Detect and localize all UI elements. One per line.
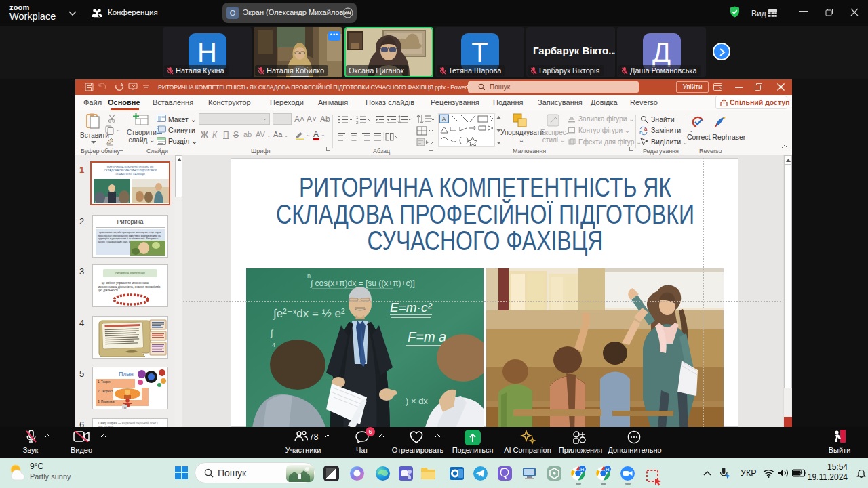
svg-text:∫ cos(x+π)dx = [su﻿ ((x+π)+c)]: ∫ cos(x+π)dx = [su﻿ ((x+π)+c)] <box>310 279 415 288</box>
svg-text:2: 2 <box>356 121 359 125</box>
svg-text:a: a <box>644 126 648 132</box>
svg-text:) × dx: ) × dx <box>406 396 428 406</box>
svg-text:H: H <box>606 466 609 472</box>
svg-text:1: 1 <box>356 115 359 119</box>
svg-text:F=m a: F=m a <box>408 329 446 344</box>
svg-text:∫e²⁻ˣdx = ½ e²: ∫e²⁻ˣdx = ½ e² <box>273 307 345 320</box>
svg-text:b: b <box>639 129 643 136</box>
svg-text:H: H <box>580 466 584 472</box>
svg-text:4: 4 <box>272 342 275 348</box>
svg-text:E=m·c²: E=m·c² <box>390 300 432 314</box>
svg-text:A: A <box>442 116 446 123</box>
svg-text:n: n <box>307 272 311 279</box>
